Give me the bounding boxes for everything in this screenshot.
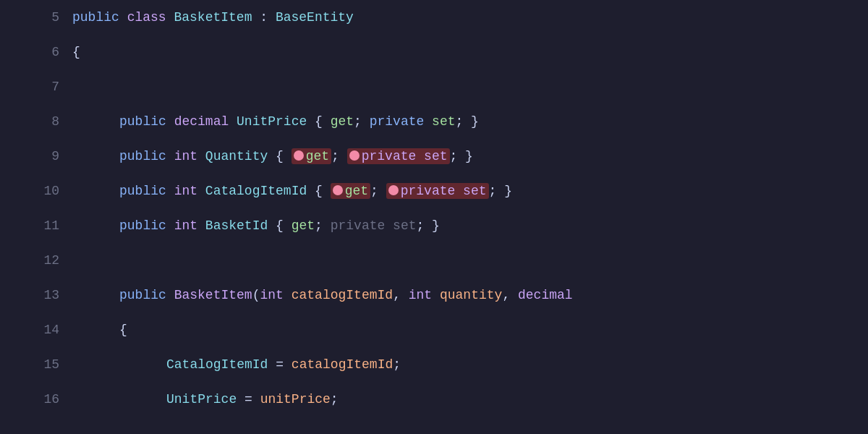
code-line-13: public BasketItem(int catalogItemId, int… [72,278,868,312]
token-5-3: { [307,184,330,198]
code-line-16: UnitPrice = unitPrice; [72,382,868,417]
token-0-1: class [127,10,174,25]
line-number-11: 11 [43,208,59,243]
token-5-5: ; [370,184,386,198]
token-6-0: public [119,218,174,233]
code-line-6: { [72,35,868,69]
token-10-0: CatalogItemId [166,357,268,372]
line-number-16: 16 [43,382,59,417]
line-number-6: 6 [51,35,59,69]
token-4-5: ; [331,149,347,163]
token-5-7: ; } [489,184,512,198]
inline-breakpoint-dot [388,185,399,195]
token-0-0: public [72,10,127,25]
token-4-1: int [174,149,205,163]
code-line-9: public int Quantity { get; private set; … [72,139,868,174]
token-6-1: int [174,218,205,233]
token-highlight-5-4: get [331,183,370,199]
line-number-10: 10 [43,174,59,208]
code-line-8: public decimal UnitPrice { get; private … [72,104,868,139]
token-6-2: BasketId [205,218,268,233]
token-10-1: = [268,357,291,372]
token-6-3: { [268,218,291,233]
token-5-2: CatalogItemId [205,184,307,198]
line-number-8: 8 [51,104,59,139]
token-1-0: { [72,45,80,59]
token-6-5: ; [315,218,331,233]
token-9-0: { [119,323,127,337]
token-5-0: public [119,184,174,198]
line-number-14: 14 [43,312,59,347]
code-line-5: public class BasketItem : BaseEntity [72,0,868,35]
line-content-14: { [72,323,127,337]
token-3-3: { [307,114,330,129]
code-line-11: public int BasketId { get; private set; … [72,208,868,243]
token-text-4-6: private set [362,149,448,163]
line-content-11: public int BasketId { get; private set; … [72,218,440,233]
code-line-15: CatalogItemId = catalogItemId; [72,347,868,382]
token-3-0: public [119,114,174,129]
token-4-0: public [119,149,174,163]
inline-breakpoint-dot [349,150,359,161]
line-number-13: 13 [43,278,59,312]
token-3-7: set [432,114,455,129]
code-line-14: { [72,312,868,347]
token-3-6: private [370,114,432,129]
token-6-4: get [292,218,315,233]
line-content-13: public BasketItem(int catalogItemId, int… [72,288,573,302]
token-8-5: , [393,288,409,302]
token-6-6: private set [331,218,417,233]
token-11-0: UnitPrice [166,392,237,407]
code-line-7 [72,69,868,104]
token-3-2: UnitPrice [237,114,307,129]
token-3-8: ; } [456,114,479,129]
token-highlight-4-6: private set [347,148,450,164]
token-8-1: BasketItem [174,288,252,302]
token-11-3: ; [331,392,339,407]
token-10-2: catalogItemId [292,357,393,372]
token-4-2: Quantity [205,149,268,163]
line-number-12: 12 [43,243,59,278]
token-6-7: ; } [417,218,440,233]
code-editor: 5678910111213141516 public class BasketI… [0,0,868,434]
line-number-7: 7 [51,69,59,104]
line-content-15: CatalogItemId = catalogItemId; [72,357,401,372]
token-highlight-5-6: private set [386,183,489,199]
line-content-5: public class BasketItem : BaseEntity [72,10,354,25]
token-8-0: public [119,288,174,302]
token-0-2: BasketItem [174,10,252,25]
token-0-3: : [252,10,275,25]
token-8-7: quantity [440,288,502,302]
token-11-2: unitPrice [260,392,331,407]
token-8-2: ( [252,288,260,302]
token-0-4: BaseEntity [276,10,354,25]
line-content-6: { [72,45,80,59]
line-content-16: UnitPrice = unitPrice; [72,392,339,407]
inline-breakpoint-dot [294,150,304,161]
code-line-12 [72,243,868,278]
line-number-9: 9 [51,139,59,174]
token-text-5-4: get [345,184,368,198]
token-10-3: ; [393,357,401,372]
token-4-3: { [268,149,291,163]
token-text-5-6: private set [401,184,487,198]
token-text-4-4: get [306,149,329,163]
line-gutter: 5678910111213141516 [0,0,72,434]
token-3-1: decimal [174,114,237,129]
line-number-5: 5 [51,0,59,35]
token-11-1: = [237,392,260,407]
token-8-8: , [502,288,518,302]
line-content-9: public int Quantity { get; private set; … [72,149,473,163]
token-8-4: catalogItemId [292,288,393,302]
token-8-9: decimal [518,288,573,302]
token-8-6: int [409,288,440,302]
token-3-4: get [331,114,354,129]
code-line-10: public int CatalogItemId { get; private … [72,174,868,208]
code-area: public class BasketItem : BaseEntity{pub… [72,0,868,434]
token-8-3: int [260,288,291,302]
line-number-15: 15 [43,347,59,382]
line-content-10: public int CatalogItemId { get; private … [72,184,512,198]
token-highlight-4-4: get [292,148,331,164]
inline-breakpoint-dot [333,185,343,195]
line-content-8: public decimal UnitPrice { get; private … [72,114,479,129]
